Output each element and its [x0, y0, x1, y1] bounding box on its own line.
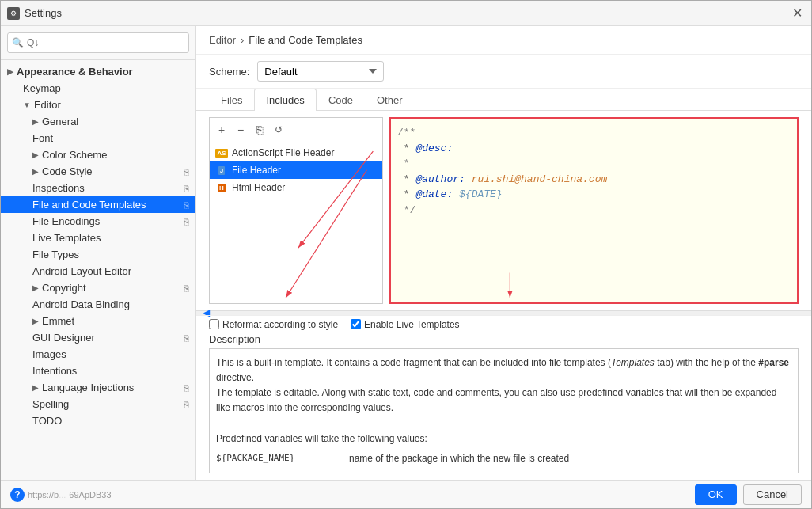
sidebar-item-label: General — [42, 116, 78, 127]
sidebar-item-general[interactable]: ▶ General — [1, 113, 195, 130]
expand-icon: ▶ — [32, 317, 39, 325]
expand-icon: ▶ — [32, 383, 39, 392]
sidebar-item-label: Editor — [34, 99, 61, 111]
expand-icon: ▶ — [7, 67, 13, 76]
tab-files[interactable]: Files — [209, 89, 254, 111]
sidebar-item-file-encodings[interactable]: File Encodings ⎘ — [1, 213, 195, 230]
scheme-label: Scheme: — [209, 66, 249, 78]
sidebar-item-file-code-templates[interactable]: File and Code Templates ⎘ — [1, 196, 195, 213]
sidebar-item-emmet[interactable]: ▶ Emmet — [1, 313, 195, 329]
bottom-bar: ? https://b... 69ApDB33 OK Cancel — [1, 480, 811, 508]
version-number: 69ApDB33 — [69, 490, 111, 500]
search-input[interactable] — [7, 32, 189, 53]
bottom-bar-left: ? https://b... 69ApDB33 — [10, 488, 112, 502]
sidebar-item-label: Intentions — [32, 365, 77, 377]
file-list-toolbar: + − ⎘ ↺ — [210, 118, 382, 142]
ok-button[interactable]: OK — [695, 484, 737, 505]
sidebar-item-android-data-binding[interactable]: Android Data Binding — [1, 296, 195, 313]
file-item-actionscript[interactable]: AS ActionScript File Header — [210, 144, 382, 161]
sidebar-item-editor[interactable]: ▼ Editor — [1, 97, 195, 113]
tab-code[interactable]: Code — [317, 89, 365, 111]
sidebar-item-live-templates[interactable]: Live Templates — [1, 230, 195, 246]
var-key-1: ${PACKAGE_NAME} — [216, 451, 343, 466]
desc-text-3: Predefined variables will take the follo… — [216, 433, 427, 444]
copy-template-button[interactable]: ⎘ — [251, 121, 268, 139]
file-icon-as: AS — [216, 147, 227, 158]
var-val-1: name of the package in which the new fil… — [349, 451, 791, 466]
sidebar-item-appearance[interactable]: ▶ Appearance & Behavior — [1, 63, 195, 80]
tab-includes[interactable]: Includes — [254, 89, 316, 111]
desc-text-2: The template is editable. Along with sta… — [216, 387, 776, 413]
copy-icon: ⎘ — [184, 400, 189, 409]
search-box: 🔍 — [1, 26, 195, 60]
breadcrumb-parent: Editor — [209, 34, 236, 46]
reformat-label: Reformat according to style — [222, 319, 338, 330]
code-line-4: * @author: rui.shi@hand-china.com — [397, 172, 791, 188]
sidebar-item-font[interactable]: Font — [1, 130, 195, 146]
app-icon: ⚙ — [7, 7, 20, 20]
breadcrumb-current: File and Code Templates — [249, 34, 362, 46]
help-button[interactable]: ? — [10, 488, 25, 502]
right-panel: Editor › File and Code Templates Scheme:… — [196, 26, 811, 480]
code-editor-panel: /** * @desc: * * @author: rui.shi@hand-c… — [389, 117, 799, 304]
window-title: Settings — [25, 7, 789, 19]
expand-icon: ▶ — [32, 117, 39, 126]
reformat-checkbox[interactable] — [209, 319, 219, 329]
sidebar-item-copyright[interactable]: ▶ Copyright ⎘ — [1, 279, 195, 296]
editor-area: + − ⎘ ↺ AS ActionScript File Header — [196, 111, 811, 480]
file-item-html-header[interactable]: H Html Header — [210, 179, 382, 196]
file-item-label: Html Header — [232, 182, 285, 193]
expand-icon: ▼ — [23, 101, 31, 109]
reset-template-button[interactable]: ↺ — [270, 121, 287, 139]
code-line-6: */ — [397, 203, 791, 218]
sidebar-item-file-types[interactable]: File Types — [1, 246, 195, 263]
close-button[interactable]: ✕ — [789, 6, 805, 21]
sidebar-item-label: File Types — [32, 249, 79, 260]
copy-icon: ⎘ — [184, 184, 189, 193]
remove-template-button[interactable]: − — [232, 121, 249, 139]
version-text: https://b... — [28, 490, 66, 500]
code-line-1: /** — [397, 125, 791, 141]
description-panel: Description This is a built-in template.… — [196, 333, 811, 480]
sidebar-item-label: Inspections — [32, 182, 85, 194]
nav-tree: ▶ Appearance & Behavior Keymap ▼ Editor … — [1, 60, 195, 480]
code-editor[interactable]: /** * @desc: * * @author: rui.shi@hand-c… — [389, 117, 799, 304]
sidebar-item-label: Appearance & Behavior — [17, 66, 133, 78]
code-line-3: * — [397, 156, 791, 172]
tabs-bar: Files Includes Code Other — [196, 89, 811, 111]
sidebar-item-keymap[interactable]: Keymap — [1, 80, 195, 97]
sidebar-item-intentions[interactable]: Intentions — [1, 363, 195, 379]
sidebar-item-code-style[interactable]: ▶ Code Style ⎘ — [1, 163, 195, 180]
title-bar: ⚙ Settings ✕ — [1, 1, 811, 26]
tab-other[interactable]: Other — [365, 89, 415, 111]
file-item-label: File Header — [232, 165, 281, 176]
settings-dialog: ⚙ Settings ✕ 🔍 ▶ Appearance & Behavior K… — [0, 0, 812, 509]
cancel-button[interactable]: Cancel — [743, 484, 802, 505]
sidebar-item-android-layout[interactable]: Android Layout Editor — [1, 263, 195, 279]
template-editor: + − ⎘ ↺ AS ActionScript File Header — [196, 111, 811, 310]
live-templates-checkbox[interactable] — [351, 319, 361, 329]
copy-icon: ⎘ — [184, 333, 189, 343]
file-item-header[interactable]: J File Header — [210, 161, 382, 179]
search-icon: 🔍 — [12, 37, 24, 48]
expand-icon: ▶ — [32, 167, 39, 176]
sidebar-item-spelling[interactable]: Spelling ⎘ — [1, 396, 195, 412]
sidebar-item-label: TODO — [32, 415, 62, 427]
live-templates-checkbox-label[interactable]: Enable Live Templates — [351, 319, 460, 330]
desc-text-1: This is a built-in template. It contains… — [216, 357, 789, 383]
scheme-select[interactable]: Default Project — [257, 61, 384, 82]
sidebar-item-todo[interactable]: TODO — [1, 412, 195, 429]
sidebar: 🔍 ▶ Appearance & Behavior Keymap ▼ Edito… — [1, 26, 196, 480]
sidebar-item-gui-designer[interactable]: GUI Designer ⎘ — [1, 329, 195, 346]
sidebar-item-images[interactable]: Images — [1, 346, 195, 363]
sidebar-item-color-scheme[interactable]: ▶ Color Scheme — [1, 146, 195, 163]
scheme-bar: Scheme: Default Project — [196, 55, 811, 89]
breadcrumb: Editor › File and Code Templates — [196, 26, 811, 55]
sidebar-item-language-injections[interactable]: ▶ Language Injections ⎘ — [1, 379, 195, 396]
sidebar-item-inspections[interactable]: Inspections ⎘ — [1, 180, 195, 196]
live-templates-label: Enable Live Templates — [364, 319, 460, 330]
sidebar-item-label: Live Templates — [32, 232, 101, 244]
sidebar-item-label: Spelling — [32, 398, 69, 410]
reformat-checkbox-label[interactable]: Reformat according to style — [209, 319, 338, 330]
add-template-button[interactable]: + — [213, 121, 230, 139]
